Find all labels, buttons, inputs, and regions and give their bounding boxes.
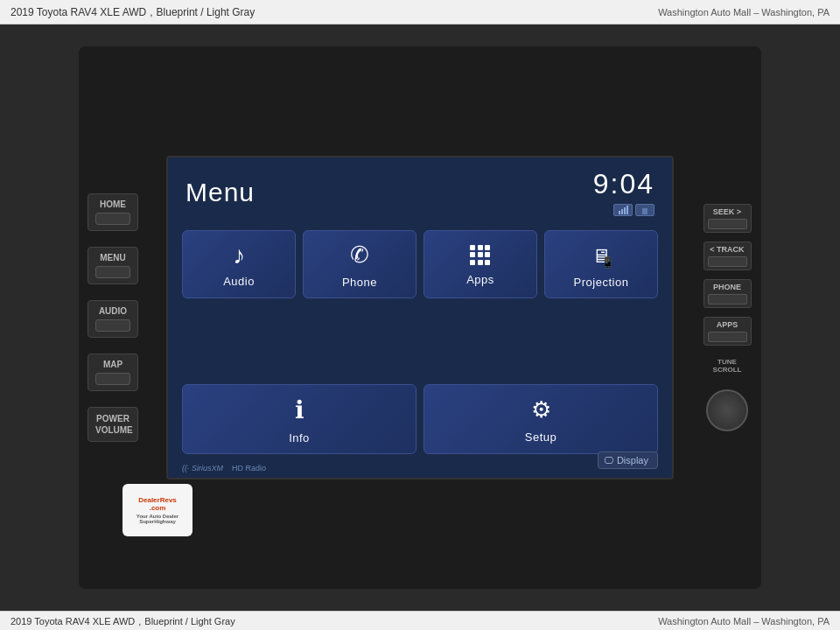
map-button[interactable]: MAP — [88, 354, 138, 391]
track-label: < TRACK — [708, 245, 747, 254]
info-icon: ℹ — [295, 396, 304, 424]
menu-grid-bottom: ℹ Info ⚙ Setup — [168, 384, 672, 463]
dealer-logo-text: DealerRevs — [138, 496, 177, 504]
projection-icon: 🖥📱 — [592, 242, 611, 269]
top-bar-vehicle-info: 2019 Toyota RAV4 XLE AWD , Blueprint / L… — [10, 6, 255, 18]
seek-label: SEEK > — [708, 207, 747, 216]
phone-menu-item[interactable]: ✆ Phone — [303, 230, 416, 298]
bar1 — [619, 211, 620, 214]
signal-icons: ||| — [613, 204, 654, 216]
color-trim: Blueprint / Light Gray — [157, 6, 256, 18]
apps-menu-label: Apps — [466, 273, 494, 286]
signal-type: ||| — [642, 207, 648, 214]
home-label: HOME — [95, 200, 130, 209]
info-menu-item[interactable]: ℹ Info — [182, 384, 416, 454]
apps-right-label: APPS — [708, 320, 747, 329]
screen-title: Menu — [186, 178, 255, 207]
info-menu-label: Info — [289, 431, 310, 444]
power-label: POWERVOLUME — [95, 413, 130, 436]
audio-icon: ♪ — [233, 243, 245, 268]
dealer-info-top: Washington Auto Mall – Washington, PA — [658, 7, 830, 18]
projection-menu-item[interactable]: 🖥📱 Projection — [544, 230, 658, 298]
top-bar: 2019 Toyota RAV4 XLE AWD , Blueprint / L… — [0, 0, 840, 24]
phone-right-button[interactable]: PHONE — [704, 279, 752, 308]
display-button[interactable]: 🖵 Display — [598, 452, 658, 469]
menu-grid-top: ♪ Audio ✆ Phone — [168, 223, 672, 384]
phone-icon: ✆ — [350, 242, 369, 269]
time-display: 9:04 — [593, 168, 654, 200]
audio-menu-label: Audio — [223, 275, 255, 288]
menu-button[interactable]: MENU — [88, 247, 138, 284]
bottom-vehicle-title: 2019 Toyota RAV4 XLE AWD — [10, 616, 135, 626]
track-rect — [708, 256, 747, 267]
bar3 — [624, 207, 626, 214]
dealer-tagline: Your Auto Dealer SuperHighway — [126, 514, 189, 524]
apps-rect — [708, 332, 747, 342]
bottom-color-trim: Blueprint / Light Gray — [144, 616, 234, 626]
home-button[interactable]: HOME — [88, 193, 138, 231]
map-label: MAP — [95, 360, 130, 369]
phone-right-label: PHONE — [708, 283, 747, 291]
bottom-bar: 2019 Toyota RAV4 XLE AWD , Blueprint / L… — [0, 611, 840, 630]
hd-radio-badge: HD Radio — [232, 464, 266, 472]
main-content: HOME MENU AUDIO MAP POWERVOLUME — [0, 24, 840, 611]
signal-box-2: ||| — [635, 204, 654, 216]
track-button[interactable]: < TRACK — [704, 242, 752, 270]
projection-menu-label: Projection — [574, 276, 629, 289]
tune-scroll-knob[interactable] — [706, 389, 748, 431]
apps-icon — [470, 245, 491, 266]
tune-scroll-label: TUNESCROLL — [713, 358, 742, 374]
audio-label: AUDIO — [95, 306, 130, 316]
screen-top-right: 9:04 ||| — [593, 168, 654, 216]
dealer-logo: DealerRevs .com Your Auto Dealer SuperHi… — [122, 484, 192, 536]
dealer-logo-com: .com — [150, 504, 166, 512]
power-volume-button[interactable]: POWERVOLUME — [88, 407, 138, 442]
setup-menu-label: Setup — [525, 430, 556, 444]
menu-btn-rect — [95, 266, 130, 278]
setup-menu-item[interactable]: ⚙ Setup — [424, 384, 658, 454]
vehicle-title: 2019 Toyota RAV4 XLE AWD — [10, 6, 146, 18]
bottom-bar-vehicle-info: 2019 Toyota RAV4 XLE AWD , Blueprint / L… — [10, 616, 235, 626]
screen-footer: ((· SiriusXM HD Radio — [182, 464, 266, 472]
audio-btn-rect — [95, 319, 130, 332]
signal-bars — [619, 206, 628, 214]
screen-header: Menu 9:04 ||| — [168, 158, 672, 223]
phone-rect — [708, 294, 747, 304]
separator: , — [150, 6, 152, 18]
siriusxm-badge: ((· SiriusXM — [182, 464, 223, 472]
dealer-info-bottom: Washington Auto Mall – Washington, PA — [658, 616, 830, 626]
stereo-unit: HOME MENU AUDIO MAP POWERVOLUME — [79, 46, 761, 589]
map-btn-rect — [95, 373, 130, 385]
menu-label: MENU — [95, 253, 130, 262]
audio-button[interactable]: AUDIO — [88, 300, 138, 338]
audio-menu-item[interactable]: ♪ Audio — [182, 230, 296, 298]
apps-menu-item[interactable]: Apps — [424, 230, 537, 298]
phone-menu-label: Phone — [342, 276, 377, 289]
signal-box-1 — [613, 204, 633, 216]
display-label: Display — [617, 455, 648, 466]
setup-icon: ⚙ — [531, 396, 551, 424]
bar2 — [621, 209, 623, 214]
infotainment-screen: Menu 9:04 ||| — [166, 156, 674, 480]
home-btn-rect — [95, 213, 130, 225]
seek-button[interactable]: SEEK > — [704, 204, 752, 233]
left-controls: HOME MENU AUDIO MAP POWERVOLUME — [88, 193, 138, 442]
display-icon: 🖵 — [604, 455, 613, 466]
seek-rect — [708, 219, 747, 229]
right-controls: SEEK > < TRACK PHONE APPS TUNESCROLL — [700, 204, 754, 431]
bar4 — [626, 206, 628, 214]
apps-right-button[interactable]: APPS — [704, 317, 752, 346]
